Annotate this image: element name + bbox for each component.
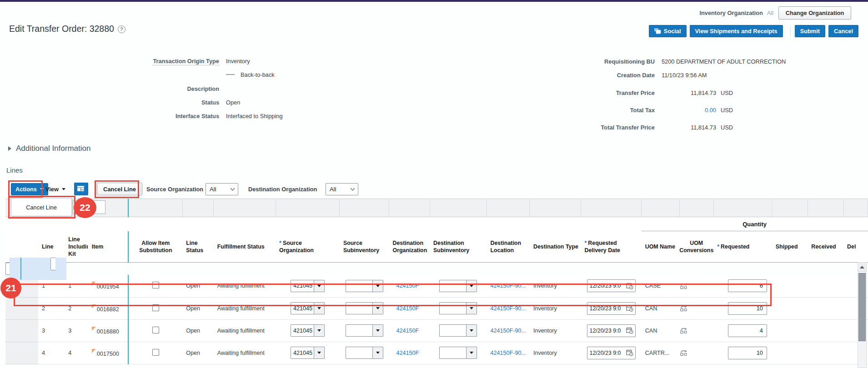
destination-subinventory-combobox[interactable]	[439, 347, 477, 359]
col-uom-conversions: UOM Conversions	[679, 231, 713, 263]
destination-subinventory-cell	[430, 342, 487, 364]
line-number: 4	[38, 342, 65, 364]
date-field[interactable]	[587, 347, 636, 359]
dropdown-button[interactable]	[466, 325, 477, 336]
help-icon[interactable]: ?	[118, 25, 125, 33]
uom-name: CASE	[43, 258, 47, 280]
allow-item-substitution-checkbox[interactable]	[152, 349, 159, 356]
table-row[interactable]: 10 10 0012428 Open Awaiting fulfillment …	[5, 263, 38, 275]
source-organization-combobox[interactable]	[291, 324, 325, 337]
col-fulfillment-status: Fulfillment Status	[214, 231, 276, 263]
source-subinventory-combobox[interactable]	[346, 324, 383, 337]
source-organization-filter-select[interactable]: All	[206, 183, 238, 195]
col-requested: *Requested	[713, 231, 772, 263]
table-row[interactable]: 4 4 0017500 Open Awaiting fulfillment 42…	[5, 342, 868, 364]
view-menu-button[interactable]: View	[45, 183, 65, 195]
allow-item-substitution-checkbox[interactable]	[152, 327, 159, 333]
destination-location-cell: 424150F-90...	[487, 342, 530, 364]
col-destination-organization: Destination Organization	[389, 231, 430, 263]
destination-subinventory-input[interactable]	[440, 325, 466, 336]
qbe-filter-row[interactable]	[5, 199, 868, 217]
annotation-step-21: 21	[0, 278, 21, 298]
uom-conversions-icon[interactable]	[679, 349, 713, 356]
field-total-tax: Total Tax 0.00USD	[564, 107, 733, 114]
field-transaction-origin-type: Transaction Origin Type Inventory	[119, 58, 250, 65]
changed-indicator-icon	[92, 349, 96, 353]
source-organization-input[interactable]	[291, 325, 314, 336]
destination-subinventory-input[interactable]	[440, 347, 466, 358]
field-requisitioning-bu: Requisitioning BU 5200 DEPARTMENT OF ADU…	[564, 58, 786, 65]
back-to-back-label: Back-to-back	[241, 71, 275, 78]
source-organization-combobox[interactable]	[291, 347, 325, 359]
destination-type: Inventory	[530, 319, 581, 342]
destination-location-link[interactable]: 424150F-90...	[491, 328, 526, 334]
query-by-example-button[interactable]	[74, 183, 88, 195]
scrollbar-thumb[interactable]	[858, 273, 866, 341]
requested-quantity-input[interactable]	[728, 324, 767, 337]
annotation-box-row	[14, 283, 772, 306]
row-header-cell[interactable]	[5, 342, 38, 364]
uom-conversions-icon[interactable]	[679, 327, 713, 334]
date-field[interactable]	[587, 324, 636, 337]
inventory-organization-value: All	[767, 10, 773, 16]
column-header-row: Line Line Includiı Kit Item Allow Item S…	[5, 231, 868, 263]
destination-subinventory-combobox[interactable]	[439, 324, 477, 337]
top-accent-bar	[0, 0, 868, 2]
field-description: Description	[119, 85, 226, 92]
query-by-example-icon	[77, 186, 85, 193]
submit-button[interactable]: Submit	[795, 25, 825, 37]
col-line-status: Line Status	[182, 231, 213, 263]
change-organization-button[interactable]: Change Organization	[778, 6, 851, 20]
total-transfer-price-currency: USD	[721, 124, 733, 131]
additional-information-section[interactable]: Additional Information	[8, 144, 90, 153]
row-header-cell[interactable]	[5, 319, 38, 342]
col-destination-location: Destination Location	[487, 231, 530, 263]
table-row[interactable]: 3 3 0016880 Open Awaiting fulfillment 42…	[5, 319, 868, 342]
dropdown-button[interactable]	[314, 325, 324, 336]
source-subinventory-input[interactable]	[346, 347, 372, 358]
source-subinventory-input[interactable]	[346, 325, 372, 336]
cancel-button[interactable]: Cancel	[828, 25, 858, 37]
col-delivered: Del	[843, 231, 868, 263]
destination-subinventory-cell	[430, 319, 487, 342]
total-tax-amount-link[interactable]: 0.00	[662, 107, 716, 114]
annotation-box-cancel-line	[95, 180, 139, 198]
fulfillment-status: Awaiting fulfillment	[25, 258, 29, 280]
arrow-up-icon	[860, 266, 864, 269]
destination-organization-filter-select[interactable]: All	[326, 183, 358, 195]
scroll-up-button[interactable]	[858, 263, 866, 272]
dropdown-button[interactable]	[372, 325, 383, 336]
shipped-quantity	[772, 297, 808, 319]
calendar-clock-icon[interactable]	[626, 327, 633, 334]
destination-location-link[interactable]: 424150F-90...	[491, 350, 526, 356]
social-button[interactable]: Social	[649, 25, 687, 37]
transfer-price-amount: 11,814.73	[662, 90, 716, 96]
delivered-quantity	[63, 258, 66, 280]
org-context-bar: Inventory Organization All Change Organi…	[699, 6, 851, 20]
status-value: Open	[226, 99, 240, 106]
description-label: Description	[119, 85, 219, 92]
total-tax-label: Total Tax	[564, 107, 655, 114]
calendar-clock-icon[interactable]	[626, 349, 633, 356]
transaction-origin-type-value: Inventory	[226, 58, 250, 65]
requested-quantity-input[interactable]	[728, 347, 767, 359]
destination-organization-link[interactable]: 424150F	[396, 350, 419, 356]
dropdown-button[interactable]	[466, 347, 477, 358]
view-shipments-and-receipts-button[interactable]: View Shipments and Receipts	[690, 25, 783, 37]
requested-delivery-date-input[interactable]	[590, 350, 626, 356]
annotation-box-actions	[8, 180, 43, 198]
total-transfer-price-amount: 11,814.73	[662, 124, 716, 131]
dropdown-button[interactable]	[372, 347, 383, 358]
source-organization-input[interactable]	[291, 347, 314, 358]
additional-information-heading: Additional Information	[16, 144, 90, 153]
col-line-including-kit: Line Includiı Kit	[65, 231, 88, 263]
col-shipped: Shipped	[772, 231, 808, 263]
requested-delivery-date-cell	[581, 342, 641, 364]
requested-delivery-date-input[interactable]	[590, 328, 626, 334]
shipped-quantity	[55, 258, 59, 280]
destination-organization-link[interactable]: 424150F	[396, 328, 419, 334]
requested-quantity-input[interactable]	[50, 258, 55, 270]
dropdown-button[interactable]	[314, 347, 324, 358]
item-cell: 0012428	[17, 258, 21, 280]
source-subinventory-combobox[interactable]	[346, 347, 383, 359]
